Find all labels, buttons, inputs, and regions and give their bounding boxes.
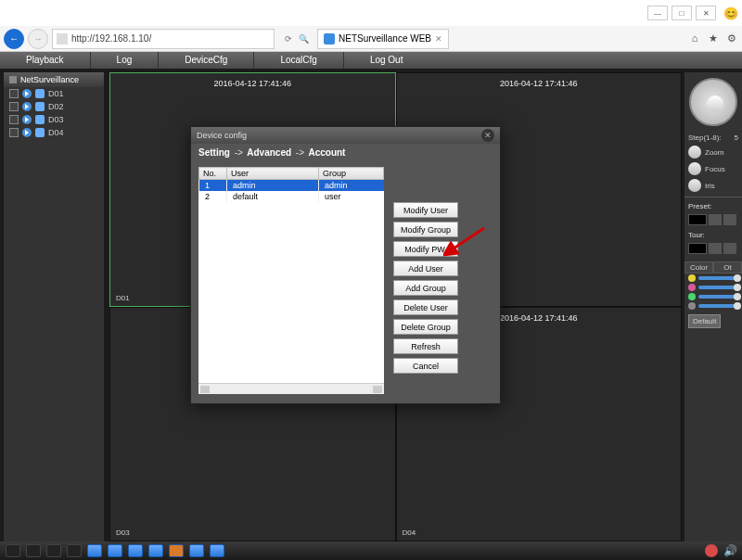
play-icon[interactable] [22, 89, 32, 98]
device-config-dialog: Device config ✕ Setting -> Advanced -> A… [190, 126, 501, 404]
home-icon[interactable]: ⌂ [688, 32, 701, 45]
iris-label: Iris [705, 182, 738, 190]
tool-2-icon[interactable] [108, 544, 122, 557]
table-scroll-x[interactable] [198, 383, 384, 394]
forward-button[interactable]: → [28, 29, 48, 49]
tab-title: NETSurveillance WEB [339, 33, 431, 44]
table-row[interactable]: 1 admin admin [199, 180, 384, 192]
delete-group-button[interactable]: Delete Group [393, 319, 458, 335]
modify-group-button[interactable]: Modify Group [393, 222, 458, 237]
col-no[interactable]: No. [199, 168, 227, 180]
rec-icon[interactable] [9, 102, 19, 111]
star-icon[interactable]: ★ [707, 32, 720, 45]
cancel-button[interactable]: Cancel [393, 358, 458, 374]
tab-color[interactable]: Color [684, 261, 713, 274]
tour-stop[interactable] [723, 243, 736, 254]
cell-name: D04 [403, 528, 416, 537]
window-minimize[interactable]: — [647, 6, 668, 20]
address-bar[interactable]: http://192.168.1.10/ [52, 29, 275, 49]
tour-play[interactable] [709, 243, 722, 254]
url-text: http://192.168.1.10/ [71, 33, 151, 44]
table-row[interactable]: 2 default user [199, 191, 384, 202]
ptz-panel: Step(1-8):5 Zoom Focus Iris Preset: Tour… [684, 72, 742, 541]
cell-group: user [319, 191, 384, 202]
tool-3-icon[interactable] [128, 544, 143, 557]
contrast-slider[interactable] [698, 286, 738, 289]
camera-icon [35, 115, 45, 124]
channel-label: D02 [48, 102, 64, 111]
channel-row-d03[interactable]: D03 [4, 113, 104, 126]
bottom-toolbar: 🔊 [0, 541, 742, 560]
modify-user-button[interactable]: Modify User [393, 202, 458, 218]
iris-minus-icon[interactable] [688, 179, 701, 192]
table-header-row: No. User Group [199, 168, 384, 180]
window-maximize[interactable]: □ [672, 6, 692, 20]
layout-1-icon[interactable] [26, 544, 41, 557]
tool-1-icon[interactable] [87, 544, 102, 557]
channel-label: D04 [48, 128, 64, 137]
crumb-account[interactable]: Account [308, 147, 345, 158]
dialog-buttons: Modify User Modify Group Modify PW. Add … [393, 167, 458, 394]
menu-logout[interactable]: Log Out [343, 52, 429, 69]
channel-label: D01 [48, 89, 64, 98]
add-user-button[interactable]: Add User [393, 261, 458, 276]
zoom-minus-icon[interactable] [688, 146, 701, 159]
preset-add[interactable] [709, 214, 722, 225]
channel-row-d04[interactable]: D04 [4, 126, 104, 139]
col-group[interactable]: Group [319, 168, 384, 180]
rec-icon[interactable] [9, 89, 19, 98]
preset-input[interactable] [688, 214, 707, 225]
step-value: 5 [735, 134, 738, 142]
back-button[interactable]: ← [4, 29, 24, 49]
channel-row-d01[interactable]: D01 [4, 87, 104, 100]
layout-4-icon[interactable] [46, 544, 61, 557]
channel-row-d02[interactable]: D02 [4, 100, 104, 113]
crumb-setting[interactable]: Setting [198, 147, 230, 158]
ptz-dial[interactable] [689, 78, 737, 126]
delete-user-button[interactable]: Delete User [393, 299, 458, 315]
saturation-slider[interactable] [698, 295, 738, 299]
rec-icon[interactable] [9, 115, 19, 124]
tab-other[interactable]: Ot [713, 261, 742, 274]
dialog-titlebar: Device config ✕ [191, 127, 500, 144]
play-icon[interactable] [22, 128, 32, 137]
cell-no: 1 [199, 180, 227, 192]
address-tools: ⟳ 🔍 [282, 32, 310, 45]
timestamp: 2016-04-12 17:41:46 [500, 79, 578, 88]
layout-9-icon[interactable] [67, 544, 82, 557]
hue-slider[interactable] [698, 304, 738, 308]
gear-icon[interactable]: ⚙ [725, 32, 738, 45]
fullscreen-icon[interactable] [6, 544, 20, 557]
play-icon[interactable] [22, 102, 32, 111]
browser-tab[interactable]: NETSurveillance WEB ✕ [317, 29, 449, 49]
tool-5-icon[interactable] [169, 544, 184, 557]
rec-icon[interactable] [9, 128, 19, 137]
tool-4-icon[interactable] [148, 544, 163, 557]
tool-6-icon[interactable] [189, 544, 204, 557]
refresh-button[interactable]: Refresh [393, 338, 458, 354]
browser-navbar: ← → http://192.168.1.10/ ⟳ 🔍 NETSurveill… [0, 26, 742, 52]
menu-localcfg[interactable]: LocalCfg [253, 52, 342, 69]
add-group-button[interactable]: Add Group [393, 280, 458, 296]
tool-7-icon[interactable] [210, 544, 224, 557]
menu-log[interactable]: Log [90, 52, 159, 69]
col-user[interactable]: User [227, 168, 319, 180]
play-icon[interactable] [22, 115, 32, 124]
menu-playback[interactable]: Playback [0, 52, 90, 69]
brightness-slider[interactable] [698, 276, 738, 280]
modify-pw-button[interactable]: Modify PW. [393, 241, 458, 257]
focus-minus-icon[interactable] [688, 162, 701, 175]
dialog-close-icon[interactable]: ✕ [481, 129, 494, 142]
default-button[interactable]: Default [688, 314, 721, 328]
tour-input[interactable] [688, 243, 707, 254]
brightness-icon [688, 274, 696, 282]
search-icon[interactable]: 🔍 [297, 32, 310, 45]
close-tab-icon[interactable]: ✕ [435, 34, 442, 44]
window-close[interactable]: ✕ [696, 6, 716, 20]
preset-del[interactable] [723, 214, 736, 225]
device-icon [9, 76, 17, 83]
crumb-advanced[interactable]: Advanced [247, 147, 291, 158]
speaker-icon[interactable]: 🔊 [723, 544, 736, 557]
refresh-icon[interactable]: ⟳ [282, 32, 295, 45]
menu-devicecfg[interactable]: DeviceCfg [158, 52, 253, 69]
